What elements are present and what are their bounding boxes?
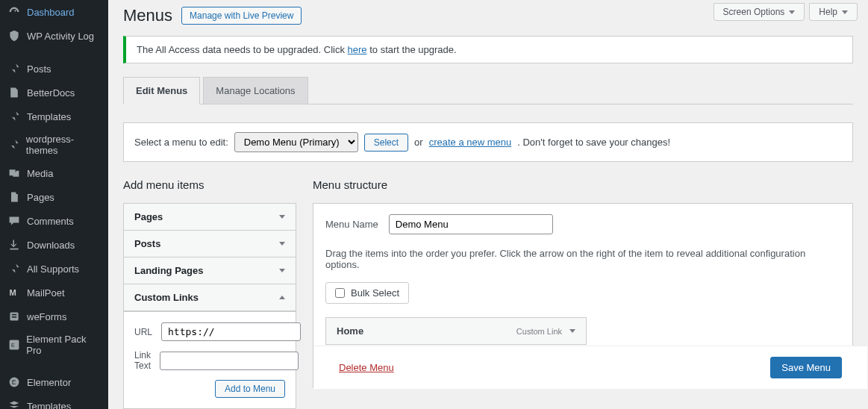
- bulk-select-checkbox[interactable]: [335, 288, 345, 298]
- sidebar-item-wpthemes[interactable]: wordpress-themes: [0, 128, 108, 161]
- panel-custom-label: Custom Links: [134, 292, 199, 303]
- sidebar-item-label: Downloads: [27, 240, 75, 251]
- sidebar-item-label: Templates: [27, 111, 71, 122]
- menu-structure-column: Menu structure Menu Name Drag the items …: [313, 178, 853, 409]
- panel-custom-links[interactable]: Custom Links: [124, 284, 296, 311]
- sidebar-item-label: Dashboard: [27, 7, 75, 18]
- sidebar-item-label: Pages: [27, 192, 54, 203]
- or-text: or: [414, 137, 423, 148]
- pin-icon: [7, 138, 20, 152]
- menu-name-input[interactable]: [389, 214, 553, 234]
- sidebar-item-comments[interactable]: Comments: [0, 209, 108, 233]
- pin-icon: [7, 110, 21, 123]
- structure-heading: Menu structure: [313, 178, 853, 191]
- sidebar-item-supports[interactable]: All Supports: [0, 257, 108, 281]
- svg-rect-3: [12, 316, 16, 318]
- sidebar-item-label: BetterDocs: [27, 87, 75, 99]
- caret-down-icon: [279, 269, 285, 272]
- sidebar-item-label: wordpress-themes: [26, 134, 101, 156]
- url-label: URL: [134, 327, 152, 337]
- speed-icon: [7, 5, 21, 19]
- sidebar-item-mailpoet[interactable]: MMailPoet: [0, 281, 108, 305]
- sidebar-item-media[interactable]: Media: [0, 161, 108, 185]
- ep-icon: E: [7, 338, 20, 352]
- menu-tabs: Edit Menus Manage Locations: [123, 77, 853, 104]
- page-title: Menus: [123, 6, 172, 25]
- sidebar-item-downloads[interactable]: Downloads: [0, 233, 108, 257]
- sidebar-item-label: MailPoet: [27, 287, 65, 299]
- tab-edit-menus[interactable]: Edit Menus: [123, 77, 200, 104]
- sidebar-item-betterdocs[interactable]: BetterDocs: [0, 81, 108, 104]
- m-icon: M: [7, 286, 21, 299]
- create-menu-link[interactable]: create a new menu: [429, 137, 512, 148]
- e-icon: E: [7, 375, 21, 389]
- structure-box: Menu Name Drag the items into the order …: [313, 203, 853, 388]
- svg-rect-2: [12, 314, 16, 316]
- panel-pages-label: Pages: [134, 211, 163, 222]
- sidebar-item-label: Templates: [27, 401, 71, 410]
- menu-item-title: Home: [337, 325, 363, 337]
- structure-footer: Delete Menu Save Menu: [313, 346, 867, 389]
- menu-select[interactable]: Demo Menu (Primary): [234, 132, 358, 152]
- sidebar-item-templates2[interactable]: Templates: [0, 394, 108, 409]
- live-preview-button[interactable]: Manage with Live Preview: [181, 7, 302, 25]
- panel-pages[interactable]: Pages: [124, 204, 296, 231]
- upgrade-notice: The All Access data needs to be upgraded…: [123, 36, 853, 63]
- sidebar-item-elementor[interactable]: EElementor: [0, 370, 108, 394]
- add-items-heading: Add menu items: [123, 178, 296, 191]
- pin-icon: [7, 262, 21, 275]
- sidebar-item-label: Elementor: [27, 377, 71, 388]
- download-icon: [7, 238, 21, 252]
- tab-manage-locations[interactable]: Manage Locations: [203, 77, 307, 104]
- help-label: Help: [819, 7, 837, 17]
- caret-down-icon: [279, 215, 285, 219]
- help-button[interactable]: Help: [809, 3, 858, 21]
- screen-options-button[interactable]: Screen Options: [714, 3, 805, 21]
- select-label: Select a menu to edit:: [134, 137, 228, 148]
- sidebar-item-weforms[interactable]: weForms: [0, 305, 108, 328]
- notice-link[interactable]: here: [348, 44, 367, 55]
- menu-item-type: Custom Link: [516, 327, 562, 336]
- save-menu-button[interactable]: Save Menu: [770, 357, 842, 378]
- linktext-label: Link Text: [134, 350, 151, 371]
- add-to-menu-button[interactable]: Add to Menu: [215, 380, 285, 398]
- custom-links-body: URL Link Text Add to Menu: [124, 311, 296, 408]
- caret-up-icon: [279, 296, 285, 299]
- sidebar-item-label: Posts: [27, 63, 51, 75]
- url-input[interactable]: [161, 322, 301, 341]
- menu-name-label: Menu Name: [325, 219, 378, 230]
- sidebar-item-label: Media: [27, 168, 53, 179]
- pages-icon: [7, 190, 21, 204]
- sidebar-item-label: Comments: [27, 216, 74, 227]
- shield-icon: [7, 29, 21, 43]
- pin-icon: [7, 62, 21, 75]
- caret-down-icon: [569, 329, 575, 333]
- select-button[interactable]: Select: [364, 134, 408, 152]
- panel-posts[interactable]: Posts: [124, 231, 296, 257]
- bulk-select-label: Bulk Select: [351, 287, 399, 299]
- sidebar-item-wpactivity[interactable]: WP Activity Log: [0, 24, 108, 48]
- svg-text:E: E: [11, 342, 15, 349]
- stack-icon: [7, 399, 21, 409]
- linktext-input[interactable]: [160, 352, 299, 370]
- notice-text-after: to start the upgrade.: [367, 44, 457, 55]
- select-after: . Don't forget to save your changes!: [517, 137, 670, 148]
- sidebar-item-dashboard[interactable]: Dashboard: [0, 0, 108, 24]
- panel-landing[interactable]: Landing Pages: [124, 257, 296, 284]
- delete-menu-link[interactable]: Delete Menu: [339, 362, 394, 373]
- sidebar-item-label: weForms: [27, 311, 66, 322]
- caret-down-icon: [279, 242, 285, 246]
- menu-item[interactable]: HomeCustom Link: [325, 317, 587, 345]
- sidebar-item-label: Element Pack Pro: [26, 334, 101, 356]
- svg-text:M: M: [10, 288, 16, 297]
- sidebar-item-label: WP Activity Log: [27, 31, 94, 42]
- caret-down-icon: [789, 10, 795, 14]
- sidebar-item-posts[interactable]: Posts: [0, 57, 108, 81]
- sidebar-item-templates[interactable]: Templates: [0, 104, 108, 128]
- sidebar-item-pages[interactable]: Pages: [0, 185, 108, 209]
- menu-select-bar: Select a menu to edit: Demo Menu (Primar…: [123, 122, 853, 162]
- notice-text: The All Access data needs to be upgraded…: [137, 44, 348, 55]
- main-content: Screen Options Help Menus Manage with Li…: [108, 0, 868, 409]
- sidebar-item-elementpack[interactable]: EElement Pack Pro: [0, 328, 108, 361]
- sidebar-item-label: All Supports: [27, 263, 79, 275]
